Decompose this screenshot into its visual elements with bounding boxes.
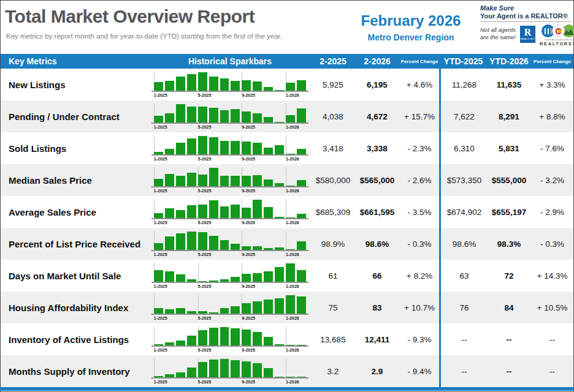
report-header: Total Market Overview Report Key metrics… <box>0 0 574 54</box>
spark-bar <box>253 81 262 91</box>
table-row: Days on Market Until Sale 1-20255-20259-… <box>0 260 574 292</box>
spark-bar <box>231 360 240 377</box>
spark-bar <box>264 87 273 91</box>
metric-label: Median Sales Price <box>0 175 92 186</box>
branding-divider <box>480 21 571 22</box>
spark-bar <box>176 104 185 123</box>
spark-bar <box>264 248 273 250</box>
spark-bar <box>264 179 273 186</box>
spark-bar <box>198 136 207 154</box>
spark-bar <box>176 274 185 282</box>
value-pct-change: - 9.3% <box>400 323 439 355</box>
spark-bar <box>176 233 185 250</box>
table-row: Pending / Under Contract 1-20255-20259-2… <box>0 100 574 132</box>
spark-bar <box>275 145 284 154</box>
metric-label: Inventory of Active Listings <box>0 334 129 345</box>
spark-bar <box>209 312 218 314</box>
sparkbar-axis-label: 5-2025 <box>198 348 212 352</box>
spark-bar <box>231 109 240 123</box>
value-ytd-pct-change: + 14.3% <box>530 260 574 292</box>
value-ytd-prev: 76 <box>439 292 488 323</box>
sparkbar-axis-label: 1-2025 <box>154 125 167 129</box>
value-ytd-curr: $555,000 <box>488 164 530 196</box>
value-month-curr: 3,338 <box>354 132 400 164</box>
spark-bar <box>220 327 229 345</box>
spark-bar <box>165 374 174 377</box>
value-ytd-curr: $655,197 <box>488 196 530 228</box>
sparkbar-axis-label: 5-2025 <box>198 93 212 97</box>
sparkbar-axis-label: 1-2025 <box>154 252 167 257</box>
value-month-curr: 4,672 <box>354 100 400 132</box>
sparkbar-chart: 1-20255-20259-20251-2026 <box>151 326 308 353</box>
sparkbar-chart: 1-20255-20259-20251-2026 <box>151 72 308 99</box>
spark-bar <box>275 267 284 282</box>
value-month-prev: 61 <box>312 260 354 292</box>
colorado-flag-icon: C <box>552 24 565 37</box>
value-pct-change: - 2.3% <box>400 132 439 164</box>
value-ytd-pct-change: -- <box>530 323 574 355</box>
spark-bar <box>154 270 163 282</box>
sparkbar-axis-label: 5-2025 <box>198 380 212 384</box>
table-row: Sold Listings 1-20255-20259-20251-2026 3… <box>0 132 574 164</box>
value-pct-change: + 15.7% <box>400 100 439 132</box>
value-ytd-prev: 7,622 <box>439 100 488 132</box>
sparkbar-axis-label: 5-2025 <box>198 125 212 129</box>
value-ytd-curr: 11,635 <box>488 69 530 100</box>
realtor-r-logo-icon: R REALTOR® <box>520 26 535 43</box>
spark-bar <box>231 141 240 154</box>
sparkbar-axis-label: 1-2025 <box>154 189 167 193</box>
value-ytd-curr: 8,291 <box>488 100 530 132</box>
value-pct-change: - 9.4% <box>400 355 439 387</box>
spark-bar <box>286 249 295 250</box>
spark-bar <box>209 328 218 345</box>
spark-bar <box>187 279 196 282</box>
value-pct-change: - 0.3% <box>400 228 439 260</box>
sparkbar-axis-label: 1-2026 <box>286 125 299 129</box>
spark-bar <box>242 111 251 123</box>
value-ytd-pct-change: - 3.2% <box>530 164 574 196</box>
spark-bar <box>165 174 174 186</box>
spark-bar <box>286 83 295 91</box>
value-pct-change: + 4.6% <box>400 69 439 100</box>
value-month-prev: $580,000 <box>312 164 354 196</box>
spark-bar <box>253 200 262 218</box>
sparkbar-axis-label: 1-2025 <box>154 93 167 97</box>
spark-bar <box>154 179 163 186</box>
spark-bar <box>165 271 174 282</box>
value-ytd-pct-change: -- <box>530 355 574 387</box>
sparkbar-axis-label: 1-2025 <box>154 380 167 384</box>
spark-bar <box>297 214 306 218</box>
spark-bar <box>198 107 207 123</box>
spark-bar <box>187 173 196 186</box>
value-month-curr: $661,595 <box>354 196 400 228</box>
table-row: New Listings 1-20255-20259-20251-2026 5,… <box>0 69 574 100</box>
spark-bar <box>297 180 306 186</box>
value-ytd-pct-change: + 3.3% <box>530 69 574 100</box>
metric-label: Days on Market Until Sale <box>0 271 121 281</box>
spark-bar <box>187 205 196 218</box>
column-header-ytd-curr: YTD-2026 <box>488 56 530 66</box>
spark-bar <box>242 80 251 91</box>
value-ytd-pct-change: - 2.9% <box>530 196 574 228</box>
spark-bar <box>275 298 284 314</box>
spark-bar <box>275 247 284 250</box>
sparkbar-axis-label: 9-2025 <box>242 316 255 320</box>
value-month-curr: 12,411 <box>354 323 400 355</box>
metric-label: Months Supply of Inventory <box>0 366 130 377</box>
make-sure-text: Make Sure <box>480 4 571 12</box>
value-ytd-prev: -- <box>439 355 488 387</box>
value-ytd-prev: $674,902 <box>439 196 488 228</box>
spark-bar <box>286 295 295 314</box>
spark-bar <box>198 175 207 186</box>
spark-bar <box>253 301 262 314</box>
sparkbar-axis-label: 1-2026 <box>286 189 299 193</box>
spark-bar <box>286 186 295 186</box>
value-ytd-curr: 84 <box>488 292 530 323</box>
spark-bar <box>253 175 262 186</box>
value-month-curr: 83 <box>354 292 400 323</box>
sparkbar-axis-label: 9-2025 <box>242 189 255 193</box>
table-row: Percent of List Price Received 1-20255-2… <box>0 228 574 260</box>
sparkbar-axis-label: 1-2026 <box>286 284 299 288</box>
spark-bar <box>242 361 251 377</box>
spark-bar <box>297 345 306 345</box>
